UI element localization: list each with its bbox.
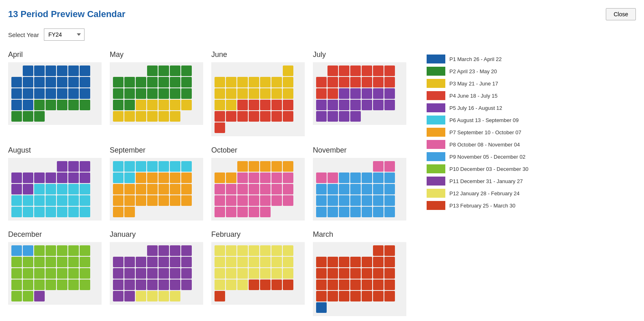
year-select[interactable]: FY24 FY22 FY23 FY25 <box>44 28 85 41</box>
calendar-day-cell <box>46 280 56 290</box>
legend-label-p3: P3 May 21 - June 17 <box>449 81 498 87</box>
calendar-day-cell <box>271 77 282 87</box>
calendar-day-cell <box>283 173 293 183</box>
calendar-day-cell <box>215 245 225 256</box>
calendar-day-cell <box>113 268 124 279</box>
calendar-day-cell <box>11 207 22 217</box>
calendar-day-cell <box>271 195 282 206</box>
calendar-day-cell <box>46 173 56 183</box>
calendar-title-june: June <box>211 50 305 59</box>
calendar-day-cell <box>226 173 236 183</box>
calendar-day-cell <box>68 280 79 290</box>
calendar-day-cell <box>23 195 33 206</box>
calendar-day-cell <box>147 268 158 279</box>
calendar-day-cell <box>260 245 271 256</box>
legend-item-p13: P13 February 25 - March 30 <box>427 201 540 210</box>
calendar-block-may: May <box>110 50 203 136</box>
calendar-day-cell <box>80 161 90 172</box>
calendar-day-cell <box>237 207 248 217</box>
calendar-cell-empty <box>316 161 327 172</box>
calendar-day-cell <box>316 88 327 99</box>
calendar-grid-march <box>313 242 406 316</box>
calendar-day-cell <box>124 195 135 206</box>
calendar-title-march: March <box>313 230 406 239</box>
calendar-day-cell <box>362 280 372 290</box>
calendar-day-cell <box>170 245 180 256</box>
calendar-day-cell <box>283 268 293 279</box>
calendar-day-cell <box>80 280 90 290</box>
calendar-day-cell <box>237 100 248 110</box>
legend-item-p3: P3 May 21 - June 17 <box>427 79 540 88</box>
calendar-day-cell <box>170 184 180 194</box>
calendar-grid-june <box>211 62 305 136</box>
calendar-day-cell <box>283 77 293 87</box>
calendar-day-cell <box>350 173 361 183</box>
calendar-day-cell <box>316 77 327 87</box>
legend-label-p6: P6 August 13 - September 09 <box>449 117 519 123</box>
calendar-day-cell <box>147 66 158 76</box>
calendar-title-january: January <box>110 230 203 239</box>
calendar-day-cell <box>23 257 33 267</box>
calendar-day-cell <box>57 257 67 267</box>
calendar-day-cell <box>113 77 124 87</box>
calendar-day-cell <box>57 280 67 290</box>
calendar-day-cell <box>170 257 180 267</box>
calendar-day-cell <box>271 161 282 172</box>
calendar-day-cell <box>158 88 169 99</box>
legend-color-p11 <box>427 177 445 186</box>
calendar-title-april: April <box>8 50 102 59</box>
calendar-day-cell <box>226 111 236 122</box>
calendar-day-cell <box>350 184 361 194</box>
calendar-day-cell <box>384 195 395 206</box>
calendar-day-cell <box>113 111 124 122</box>
calendar-day-cell <box>136 111 146 122</box>
calendar-day-cell <box>384 291 395 301</box>
calendar-day-cell <box>113 207 124 217</box>
calendar-cell-empty <box>271 66 282 76</box>
calendar-day-cell <box>147 195 158 206</box>
calendar-day-cell <box>181 77 192 87</box>
legend-color-p10 <box>427 164 445 173</box>
close-button[interactable]: Close <box>606 8 636 20</box>
calendar-day-cell <box>57 184 67 194</box>
calendar-day-cell <box>34 245 45 256</box>
legend-item-p4: P4 June 18 - July 15 <box>427 91 540 100</box>
legend-color-p9 <box>427 152 445 161</box>
calendar-day-cell <box>249 207 259 217</box>
calendar-day-cell <box>226 100 236 110</box>
calendar-day-cell <box>215 184 225 194</box>
calendar-day-cell <box>80 207 90 217</box>
calendar-cell-empty <box>350 161 361 172</box>
calendar-cell-empty <box>46 161 56 172</box>
calendar-day-cell <box>373 207 384 217</box>
calendar-day-cell <box>68 88 79 99</box>
calendar-day-cell <box>68 77 79 87</box>
calendar-day-cell <box>350 88 361 99</box>
legend-color-p3 <box>427 79 445 88</box>
calendar-day-cell <box>147 88 158 99</box>
calendar-day-cell <box>181 280 192 290</box>
calendar-day-cell <box>249 173 259 183</box>
calendar-day-cell <box>181 88 192 99</box>
calendar-day-cell <box>226 257 236 267</box>
calendar-day-cell <box>57 195 67 206</box>
calendar-day-cell <box>158 195 169 206</box>
calendar-day-cell <box>249 184 259 194</box>
calendar-day-cell <box>11 111 22 122</box>
calendar-day-cell <box>384 173 395 183</box>
calendar-day-cell <box>46 88 56 99</box>
calendar-grid-november <box>313 158 406 221</box>
calendar-day-cell <box>271 88 282 99</box>
calendar-day-cell <box>23 268 33 279</box>
calendar-title-february: February <box>211 230 305 239</box>
calendar-day-cell <box>80 88 90 99</box>
calendar-day-cell <box>34 257 45 267</box>
calendar-day-cell <box>57 66 67 76</box>
calendar-day-cell <box>237 280 248 290</box>
calendar-day-cell <box>283 195 293 206</box>
calendar-day-cell <box>339 257 349 267</box>
calendar-day-cell <box>237 88 248 99</box>
calendar-day-cell <box>362 268 372 279</box>
main-layout: AprilMayJuneJulyAugustSeptemberOctoberNo… <box>8 50 636 316</box>
calendar-day-cell <box>57 268 67 279</box>
